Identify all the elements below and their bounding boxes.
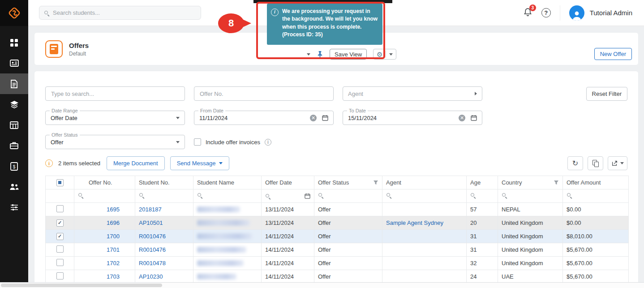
copy-button[interactable] <box>588 156 603 170</box>
search-icon <box>502 193 507 198</box>
merge-document-button[interactable]: Merge Document <box>107 156 165 170</box>
col-student-no[interactable]: Student No. <box>135 176 193 189</box>
search-icon <box>386 193 391 198</box>
sidebar-item-services[interactable] <box>0 135 28 156</box>
clear-to-date-icon[interactable]: ✕ <box>459 115 465 121</box>
offers-table-wrap: Offer No. Student No. Student Name Offer… <box>45 176 627 284</box>
table-row[interactable]: 1696 AP10501 13/11/2024 Offer Sample Age… <box>46 216 629 230</box>
sidebar-item-settings[interactable] <box>0 197 28 218</box>
country-cell: United Kingdom <box>498 216 563 230</box>
col-country[interactable]: Country <box>498 176 563 189</box>
app-logo[interactable] <box>0 0 28 26</box>
row-checkbox[interactable] <box>56 245 64 253</box>
student-name-column-filter[interactable] <box>193 189 262 203</box>
student-search-input[interactable] <box>53 9 196 16</box>
help-button[interactable]: ? <box>541 8 551 17</box>
table-row[interactable]: 1702 R0010478 14/11/2024 Offer 32 United… <box>46 257 629 270</box>
col-age[interactable]: Age <box>467 176 498 189</box>
sidebar-item-contacts[interactable] <box>0 53 28 73</box>
topbar-right: 3 ? Tutorial Admin <box>523 5 644 21</box>
view-settings-button[interactable]: ⚙ <box>373 49 396 60</box>
date-range-select[interactable]: Date Range Offer Date <box>45 111 185 125</box>
sidebar-item-table[interactable] <box>0 115 28 135</box>
student-no-link[interactable]: AP10501 <box>139 219 163 226</box>
row-checkbox[interactable] <box>56 205 64 212</box>
to-date-field[interactable]: To Date 15/11/2024 ✕ <box>343 111 482 125</box>
col-agent[interactable]: Agent <box>382 176 467 189</box>
agent-select[interactable]: Agent <box>343 86 482 101</box>
select-all-checkbox[interactable] <box>56 179 64 186</box>
agent-link[interactable]: Sample Agent Sydney <box>386 219 443 226</box>
agent-column-filter[interactable] <box>382 189 467 203</box>
student-no-link[interactable]: AP10230 <box>139 273 163 280</box>
courses-icon <box>10 100 19 108</box>
offer-no-link[interactable]: 1703 <box>107 273 120 280</box>
filter-funnel-icon[interactable] <box>554 180 559 185</box>
user-menu[interactable]: Tutorial Admin <box>569 5 632 21</box>
offer-date-column-filter[interactable] <box>262 189 314 203</box>
row-checkbox[interactable] <box>56 233 64 240</box>
scrollbar-thumb[interactable] <box>1 284 162 287</box>
table-row[interactable]: 1695 2018187 13/11/2024 Offer 57 NEPAL $… <box>46 203 629 216</box>
row-checkbox[interactable] <box>56 259 64 266</box>
offer-no-input[interactable] <box>194 86 334 101</box>
student-no-link[interactable]: R0010476 <box>139 246 166 253</box>
reset-filter-button[interactable]: Reset Filter <box>586 87 627 101</box>
pin-icon[interactable] <box>317 51 323 58</box>
student-no-link[interactable]: 2018187 <box>139 206 162 213</box>
filter-row-3: Offer Status Offer Include offer invoice… <box>45 135 627 149</box>
include-invoices-checkbox[interactable] <box>194 138 201 146</box>
offer-no-link[interactable]: 1702 <box>107 260 120 267</box>
chevron-down-icon <box>620 162 624 164</box>
offer-no-link[interactable]: 1701 <box>107 246 120 253</box>
from-date-field[interactable]: From Date 11/11/2024 ✕ <box>194 111 334 125</box>
calendar-icon[interactable] <box>471 115 477 121</box>
row-checkbox[interactable] <box>56 219 64 227</box>
offer-no-column-filter[interactable] <box>74 189 135 203</box>
country-column-filter[interactable] <box>498 189 563 203</box>
col-student-name[interactable]: Student Name <box>193 176 262 189</box>
sidebar-item-agents[interactable] <box>0 176 28 197</box>
export-button[interactable] <box>608 156 627 170</box>
student-no-link[interactable]: R0010478 <box>139 260 166 267</box>
col-offer-amount[interactable]: Offer Amount <box>563 176 629 189</box>
col-offer-no[interactable]: Offer No. <box>74 176 135 189</box>
save-view-button[interactable]: Save View <box>330 49 367 60</box>
table-row[interactable]: 1700 R0010476 14/11/2024 Offer 31 United… <box>46 230 629 243</box>
calendar-icon[interactable] <box>305 193 310 199</box>
offer-no-link[interactable]: 1696 <box>107 219 120 226</box>
page-title: Offers <box>69 42 89 49</box>
offer-no-link[interactable]: 1700 <box>107 233 120 240</box>
col-offer-date[interactable]: Offer Date <box>262 176 314 189</box>
filter-funnel-icon[interactable] <box>373 180 378 185</box>
new-offer-button[interactable]: New Offer <box>594 48 632 60</box>
quick-search-input[interactable] <box>45 86 185 101</box>
send-message-button[interactable]: Send Message <box>170 156 230 170</box>
sidebar-item-courses[interactable] <box>0 94 28 115</box>
col-offer-status[interactable]: Offer Status <box>314 176 382 189</box>
app-window: $ 3 ? Tutorial <box>0 0 644 288</box>
offer-status-column-filter[interactable] <box>314 189 382 203</box>
student-no-column-filter[interactable] <box>135 189 193 203</box>
grid-tools: ↻ <box>567 156 627 170</box>
table-row[interactable]: 1701 R0010476 14/11/2024 Offer 31 United… <box>46 243 629 257</box>
horizontal-scrollbar[interactable] <box>0 282 644 288</box>
clear-from-date-icon[interactable]: ✕ <box>310 115 317 121</box>
offer-no-link[interactable]: 1695 <box>107 206 120 213</box>
table-row[interactable]: 1703 AP10230 14/11/2024 Offer 24 UAE $5,… <box>46 270 629 284</box>
invoice-icon: $ <box>10 162 18 171</box>
sidebar-item-offers[interactable] <box>0 73 28 94</box>
notifications-button[interactable]: 3 <box>523 7 532 18</box>
amount-column-filter[interactable] <box>563 189 629 203</box>
row-checkbox[interactable] <box>56 272 64 279</box>
student-no-link[interactable]: R0010476 <box>139 233 166 240</box>
calendar-icon[interactable] <box>322 115 328 121</box>
offer-status-select[interactable]: Offer Status Offer <box>45 135 185 149</box>
view-dropdown-caret-icon[interactable] <box>307 53 310 56</box>
search-icon <box>197 193 202 198</box>
refresh-button[interactable]: ↻ <box>567 156 583 170</box>
student-search-box[interactable] <box>39 6 201 20</box>
age-column-filter[interactable] <box>467 189 498 203</box>
sidebar-item-invoices[interactable]: $ <box>0 156 28 176</box>
sidebar-item-dashboard[interactable] <box>0 32 28 53</box>
